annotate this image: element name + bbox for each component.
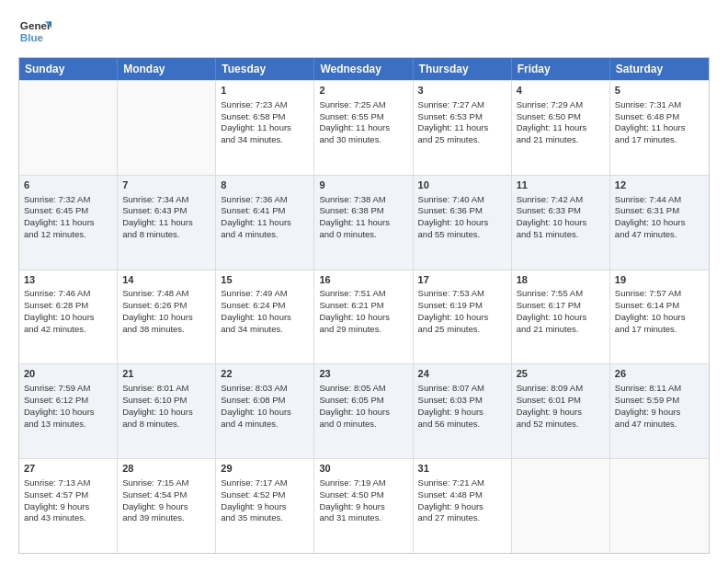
day-info-line: Daylight: 9 hours (517, 407, 605, 419)
day-info-line: and 55 minutes. (418, 229, 506, 241)
day-info-line: Sunrise: 8:01 AM (122, 383, 210, 395)
day-info-line: Sunrise: 7:42 AM (517, 194, 605, 206)
calendar-cell: 10Sunrise: 7:40 AMSunset: 6:36 PMDayligh… (414, 176, 512, 270)
day-info-line: Sunset: 6:28 PM (24, 300, 112, 312)
day-info-line: and 0 minutes. (319, 229, 407, 241)
day-number: 28 (122, 462, 210, 476)
day-info-line: and 56 minutes. (418, 419, 506, 431)
calendar-cell: 30Sunrise: 7:19 AMSunset: 4:50 PMDayligh… (314, 459, 413, 553)
day-info-line: Sunset: 6:21 PM (319, 300, 407, 312)
day-info-line: Sunrise: 8:09 AM (517, 383, 605, 395)
calendar-cell: 15Sunrise: 7:49 AMSunset: 6:24 PMDayligh… (216, 270, 314, 364)
day-info-line: Daylight: 10 hours (122, 407, 210, 419)
calendar-cell: 26Sunrise: 8:11 AMSunset: 5:59 PMDayligh… (610, 364, 709, 458)
day-number: 24 (418, 367, 506, 381)
calendar-cell: 11Sunrise: 7:42 AMSunset: 6:33 PMDayligh… (512, 176, 610, 270)
day-number: 27 (24, 462, 112, 476)
day-info-line: Sunrise: 7:29 AM (517, 99, 605, 111)
svg-text:Blue: Blue (20, 31, 44, 43)
calendar-cell: 4Sunrise: 7:29 AMSunset: 6:50 PMDaylight… (512, 81, 610, 175)
calendar-cell: 8Sunrise: 7:36 AMSunset: 6:41 PMDaylight… (216, 176, 314, 270)
day-number: 22 (221, 367, 309, 381)
day-info-line: Sunrise: 7:17 AM (221, 477, 309, 489)
day-number: 25 (517, 367, 605, 381)
day-info-line: Sunrise: 7:53 AM (418, 288, 506, 300)
day-number: 20 (24, 367, 112, 381)
day-info-line: Sunrise: 7:23 AM (221, 99, 309, 111)
calendar-cell: 27Sunrise: 7:13 AMSunset: 4:57 PMDayligh… (19, 459, 118, 553)
day-info-line: Daylight: 11 hours (418, 122, 506, 134)
day-number: 3 (418, 84, 506, 98)
day-info-line: Sunrise: 7:15 AM (122, 477, 210, 489)
day-info-line: and 17 minutes. (615, 324, 704, 336)
day-info-line: Sunset: 6:45 PM (24, 205, 112, 217)
day-info-line: Sunrise: 7:36 AM (221, 194, 309, 206)
calendar-cell: 28Sunrise: 7:15 AMSunset: 4:54 PMDayligh… (118, 459, 216, 553)
day-info-line: Sunset: 6:55 PM (319, 111, 407, 123)
day-info-line: Sunset: 6:26 PM (122, 300, 210, 312)
day-info-line: Sunset: 6:10 PM (122, 395, 210, 407)
day-info-line: Sunset: 6:19 PM (418, 300, 506, 312)
day-info-line: Sunset: 4:48 PM (418, 489, 506, 501)
day-info-line: Sunset: 6:36 PM (418, 205, 506, 217)
calendar-cell: 21Sunrise: 8:01 AMSunset: 6:10 PMDayligh… (118, 364, 216, 458)
header-day-sunday: Sunday (19, 58, 118, 80)
day-info-line: Sunset: 4:50 PM (319, 489, 407, 501)
day-info-line: and 51 minutes. (517, 229, 605, 241)
logo: General Blue (18, 15, 51, 48)
day-info-line: and 34 minutes. (221, 324, 309, 336)
calendar-cell: 3Sunrise: 7:27 AMSunset: 6:53 PMDaylight… (414, 81, 512, 175)
day-number: 10 (418, 178, 506, 192)
day-info-line: and 43 minutes. (24, 512, 112, 524)
day-info-line: Sunset: 6:08 PM (221, 395, 309, 407)
calendar-row-4: 20Sunrise: 7:59 AMSunset: 6:12 PMDayligh… (19, 363, 709, 458)
calendar-row-2: 6Sunrise: 7:32 AMSunset: 6:45 PMDaylight… (19, 175, 709, 270)
header-day-wednesday: Wednesday (314, 58, 413, 80)
day-info-line: Sunrise: 7:44 AM (615, 194, 704, 206)
day-info-line: and 8 minutes. (122, 419, 210, 431)
day-info-line: Sunrise: 7:32 AM (24, 194, 112, 206)
day-info-line: and 38 minutes. (122, 324, 210, 336)
calendar-cell: 6Sunrise: 7:32 AMSunset: 6:45 PMDaylight… (19, 176, 118, 270)
day-info-line: Daylight: 9 hours (122, 501, 210, 513)
day-number: 11 (517, 178, 605, 192)
day-info-line: Daylight: 10 hours (221, 312, 309, 324)
header-day-tuesday: Tuesday (216, 58, 314, 80)
calendar-cell: 1Sunrise: 7:23 AMSunset: 6:58 PMDaylight… (216, 81, 314, 175)
day-info-line: Sunrise: 7:51 AM (319, 288, 407, 300)
day-number: 13 (24, 273, 112, 287)
calendar-cell: 5Sunrise: 7:31 AMSunset: 6:48 PMDaylight… (610, 81, 709, 175)
page: General Blue SundayMondayTuesdayWednesda… (0, 0, 728, 563)
day-info-line: Sunrise: 7:49 AM (221, 288, 309, 300)
calendar-cell: 16Sunrise: 7:51 AMSunset: 6:21 PMDayligh… (314, 270, 413, 364)
day-info-line: and 42 minutes. (24, 324, 112, 336)
day-info-line: and 25 minutes. (418, 134, 506, 146)
day-info-line: and 0 minutes. (319, 419, 407, 431)
day-info-line: Sunset: 4:52 PM (221, 489, 309, 501)
calendar-cell: 22Sunrise: 8:03 AMSunset: 6:08 PMDayligh… (216, 364, 314, 458)
day-info-line: Sunset: 6:33 PM (517, 205, 605, 217)
day-info-line: Daylight: 10 hours (615, 217, 704, 229)
header-day-monday: Monday (118, 58, 216, 80)
day-info-line: Sunset: 6:01 PM (517, 395, 605, 407)
day-info-line: and 25 minutes. (418, 324, 506, 336)
day-info-line: Daylight: 9 hours (418, 407, 506, 419)
day-info-line: and 34 minutes. (221, 134, 309, 146)
day-info-line: Sunrise: 7:31 AM (615, 99, 704, 111)
day-info-line: Sunset: 6:48 PM (615, 111, 704, 123)
day-info-line: Daylight: 9 hours (221, 501, 309, 513)
day-number: 2 (319, 84, 407, 98)
calendar-cell: 9Sunrise: 7:38 AMSunset: 6:38 PMDaylight… (314, 176, 413, 270)
header-day-saturday: Saturday (610, 58, 709, 80)
calendar-cell: 31Sunrise: 7:21 AMSunset: 4:48 PMDayligh… (414, 459, 512, 553)
day-info-line: Sunset: 6:53 PM (418, 111, 506, 123)
calendar-cell: 14Sunrise: 7:48 AMSunset: 6:26 PMDayligh… (118, 270, 216, 364)
day-info-line: Daylight: 11 hours (24, 217, 112, 229)
day-info-line: Daylight: 10 hours (24, 312, 112, 324)
day-number: 23 (319, 367, 407, 381)
day-number: 18 (517, 273, 605, 287)
day-number: 21 (122, 367, 210, 381)
calendar-cell: 29Sunrise: 7:17 AMSunset: 4:52 PMDayligh… (216, 459, 314, 553)
day-info-line: Daylight: 10 hours (418, 312, 506, 324)
day-info-line: and 27 minutes. (418, 512, 506, 524)
